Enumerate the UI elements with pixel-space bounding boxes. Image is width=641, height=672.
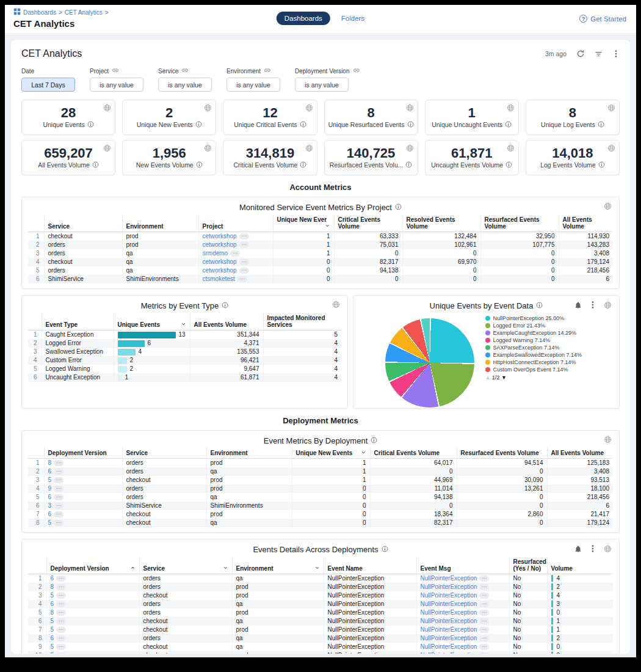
filter-value-button[interactable]: Last 7 Days bbox=[21, 78, 75, 92]
project-link[interactable]: srmdemo bbox=[203, 250, 228, 257]
filters-toggle-icon[interactable] bbox=[595, 50, 603, 58]
sort-desc-icon[interactable] bbox=[314, 565, 320, 572]
sort-desc-icon[interactable] bbox=[181, 321, 186, 328]
deployment-version-link[interactable]: 8 bbox=[51, 583, 54, 590]
sort-desc-icon[interactable] bbox=[361, 450, 366, 456]
column-header[interactable]: Environment bbox=[206, 448, 292, 459]
tile-menu-icon[interactable] bbox=[589, 301, 596, 309]
pie-chart[interactable] bbox=[385, 318, 474, 407]
event-msg-link[interactable]: NullPointerException bbox=[421, 592, 477, 599]
table-row[interactable]: 28⋯ordersprodNullPointerExceptionNullPoi… bbox=[28, 583, 613, 591]
event-msg-link[interactable]: NullPointerException bbox=[421, 626, 477, 633]
deployment-version-link[interactable]: 5 bbox=[51, 592, 54, 599]
overflow-pill[interactable]: ⋯ bbox=[479, 652, 489, 654]
overflow-pill[interactable]: ⋯ bbox=[56, 610, 66, 616]
overflow-pill[interactable]: ⋯ bbox=[479, 644, 489, 650]
column-header[interactable]: Unique Events bbox=[114, 313, 190, 331]
event-msg-link[interactable]: NullPointerException bbox=[421, 609, 477, 616]
overflow-pill[interactable]: ⋯ bbox=[479, 610, 489, 616]
deployment-version-link[interactable]: 6 bbox=[48, 468, 52, 475]
info-icon[interactable] bbox=[371, 435, 377, 446]
globe-icon[interactable] bbox=[507, 144, 515, 155]
breadcrumb-link-cet-analytics[interactable]: CET Analytics bbox=[65, 9, 103, 16]
table-row[interactable]: 2ordersprodcetworkshop⋯175,031102,961107… bbox=[28, 241, 613, 249]
deployment-version-link[interactable]: 9 bbox=[48, 485, 52, 492]
globe-icon[interactable] bbox=[604, 545, 612, 553]
globe-icon[interactable] bbox=[305, 103, 313, 114]
filter-value-button[interactable]: is any value bbox=[158, 78, 212, 92]
info-icon[interactable] bbox=[395, 202, 402, 213]
table-row[interactable]: 1checkoutprodcetworkshop⋯163,333132,4843… bbox=[28, 232, 613, 241]
table-row[interactable]: 58⋯ordersprodNullPointerExceptionNullPoi… bbox=[28, 608, 613, 617]
legend-item[interactable]: Logged Error 21.43% bbox=[485, 323, 588, 329]
deployment-version-link[interactable]: 5 bbox=[51, 643, 54, 650]
overflow-pill[interactable]: ⋯ bbox=[479, 601, 489, 607]
globe-icon[interactable] bbox=[507, 103, 515, 114]
column-header[interactable]: Critical Events Volume bbox=[370, 448, 457, 459]
legend-item[interactable]: ExampleCaughtException 14.29% bbox=[485, 330, 588, 337]
legend-item[interactable]: HttpHostConnectException 7.14% bbox=[485, 359, 588, 366]
globe-icon[interactable] bbox=[332, 301, 340, 309]
legend-item[interactable]: Custom OverOps Event 7.14% bbox=[485, 367, 588, 373]
legend-item[interactable]: Logged Warning 7.14% bbox=[485, 337, 588, 344]
sort-asc-icon[interactable] bbox=[130, 565, 136, 572]
table-row[interactable]: 86⋯ordersqaNullPointerExceptionNullPoint… bbox=[28, 634, 613, 643]
tab-dashboards[interactable]: Dashboards bbox=[277, 12, 330, 25]
table-row[interactable]: 75⋯checkoutprodNullPointerExceptionNullP… bbox=[28, 626, 613, 634]
column-header[interactable]: Unique New Events bbox=[292, 448, 370, 459]
overflow-pill[interactable]: ⋯ bbox=[230, 250, 240, 257]
overflow-pill[interactable]: ⋯ bbox=[56, 575, 66, 582]
column-header[interactable]: Service bbox=[122, 448, 206, 459]
overflow-pill[interactable]: ⋯ bbox=[56, 635, 66, 641]
column-header[interactable]: All Events Volume bbox=[559, 214, 613, 232]
event-msg-link[interactable]: NullPointerException bbox=[421, 583, 477, 590]
globe-icon[interactable] bbox=[406, 103, 414, 114]
table-row[interactable]: 1Caught Exception13351,3445 bbox=[28, 331, 341, 340]
column-header[interactable]: Event Name bbox=[324, 557, 416, 574]
column-header[interactable]: Event Msg bbox=[416, 557, 509, 574]
info-icon[interactable] bbox=[505, 121, 512, 129]
column-header[interactable]: All Events Volume bbox=[547, 448, 613, 459]
legend-item[interactable]: SAXParseException 7.14% bbox=[485, 345, 588, 351]
globe-icon[interactable] bbox=[604, 202, 612, 210]
deployment-version-link[interactable]: 6 bbox=[48, 511, 52, 517]
overflow-pill[interactable]: ⋯ bbox=[479, 627, 489, 633]
globe-icon[interactable] bbox=[305, 144, 313, 155]
filter-value-button[interactable]: is any value bbox=[226, 78, 280, 92]
column-header[interactable]: Resurfaced Events Volume bbox=[480, 214, 559, 232]
info-icon[interactable] bbox=[536, 300, 543, 311]
deployment-version-link[interactable]: 5 bbox=[48, 477, 52, 483]
overflow-pill[interactable]: ⋯ bbox=[54, 460, 63, 466]
overflow-pill[interactable]: ⋯ bbox=[56, 627, 66, 633]
grid-icon[interactable] bbox=[13, 8, 21, 16]
column-header[interactable]: Resurfaced(Yes / No) bbox=[509, 557, 547, 574]
event-msg-link[interactable]: NullPointerException bbox=[421, 643, 477, 650]
refresh-icon[interactable] bbox=[576, 49, 585, 58]
column-header[interactable]: Critical Events Volume bbox=[334, 214, 402, 232]
deployment-version-link[interactable]: 3 bbox=[48, 502, 52, 509]
project-link[interactable]: cetworkshop bbox=[203, 258, 237, 265]
info-icon[interactable] bbox=[196, 161, 203, 169]
deployment-version-link[interactable]: 6 bbox=[51, 635, 54, 641]
overflow-pill[interactable]: ⋯ bbox=[239, 268, 249, 274]
globe-icon[interactable] bbox=[204, 103, 212, 114]
deployment-version-link[interactable]: 5 bbox=[51, 652, 54, 654]
legend-page-down-icon[interactable]: ▼ bbox=[501, 374, 507, 381]
alerts-bell-icon[interactable] bbox=[574, 545, 582, 553]
column-header[interactable]: Deployment Version bbox=[46, 557, 139, 574]
info-icon[interactable] bbox=[407, 121, 414, 129]
table-row[interactable]: 95⋯checkoutqaNullPointerExceptionNullPoi… bbox=[28, 643, 613, 651]
project-link[interactable]: ctsmoketest bbox=[203, 276, 235, 282]
overflow-pill[interactable]: ⋯ bbox=[56, 584, 66, 590]
deployment-version-link[interactable]: 8 bbox=[48, 459, 52, 466]
table-row[interactable]: 3Swallowed Exception4135,5534 bbox=[28, 348, 341, 356]
sort-desc-icon[interactable] bbox=[223, 565, 228, 572]
legend-item[interactable]: ExampleSwallowedException 7.14% bbox=[485, 352, 588, 359]
globe-icon[interactable] bbox=[406, 144, 414, 155]
overflow-pill[interactable]: ⋯ bbox=[54, 477, 63, 483]
info-icon[interactable] bbox=[598, 161, 605, 169]
table-row[interactable]: 46⋯ordersqaNullPointerExceptionNullPoint… bbox=[28, 600, 613, 608]
overflow-pill[interactable]: ⋯ bbox=[54, 494, 63, 500]
info-icon[interactable] bbox=[300, 121, 306, 129]
info-icon[interactable] bbox=[300, 161, 306, 169]
